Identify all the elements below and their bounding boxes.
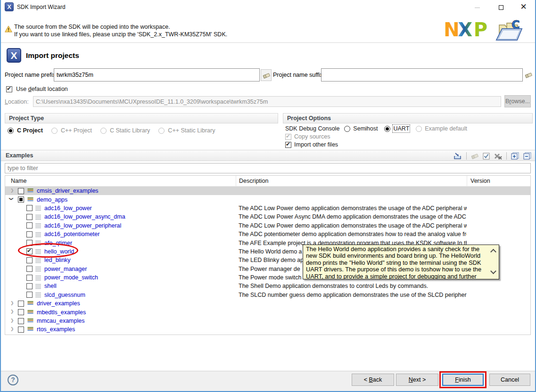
collapse-all-icon[interactable] <box>523 152 531 160</box>
warning-message-line2: If you want to use linked files, please … <box>14 31 227 38</box>
back-button[interactable]: < Back <box>352 374 394 386</box>
chevron-right-icon[interactable] <box>9 301 15 307</box>
sdk-debug-console-label: SDK Debug Console <box>285 125 339 132</box>
row-description: The Shell Demo application demonstrates … <box>236 283 467 289</box>
radio-example-default-label: Example default <box>425 125 467 132</box>
row-checkbox[interactable] <box>26 205 33 211</box>
row-description: The SLCD number guess demo application d… <box>236 292 467 298</box>
example-icon <box>35 257 41 263</box>
project-options-group: Project Options SDK Debug Console Semiho… <box>283 113 533 146</box>
location-input <box>33 96 501 107</box>
table-row[interactable]: adc16_low_power_peripheralThe ADC Low Po… <box>5 221 530 230</box>
column-header-description[interactable]: Description <box>236 176 467 186</box>
radio-example-default <box>416 126 422 132</box>
chevron-down-icon[interactable] <box>9 196 15 203</box>
example-icon <box>35 240 41 246</box>
suffix-label: Project name suffix: <box>273 72 325 78</box>
table-row[interactable]: rtos_examples <box>5 325 530 334</box>
row-checkbox[interactable] <box>18 327 24 333</box>
row-checkbox[interactable] <box>18 188 24 194</box>
arrow-spacer <box>17 266 24 272</box>
row-checkbox[interactable] <box>26 240 33 246</box>
svg-text:P: P <box>474 20 487 41</box>
row-checkbox[interactable] <box>26 214 33 220</box>
row-checkbox[interactable] <box>26 248 33 254</box>
row-checkbox[interactable] <box>26 266 33 272</box>
row-label: mmcau_examples <box>37 318 84 324</box>
row-checkbox[interactable] <box>26 231 33 237</box>
scroll-up-icon[interactable] <box>490 249 496 255</box>
arrow-spacer <box>17 205 24 211</box>
row-checkbox[interactable] <box>18 196 24 203</box>
nxp-logo: N X P <box>445 20 492 41</box>
table-row[interactable]: shellThe Shell Demo application demonstr… <box>5 282 530 290</box>
maximize-button[interactable] <box>490 0 511 14</box>
example-icon <box>35 205 41 211</box>
table-row[interactable]: adc16_low_powerThe ADC Low Power demo ap… <box>5 204 530 212</box>
radio-c-project[interactable] <box>8 128 14 134</box>
example-icon <box>35 231 41 237</box>
tooltip: The Hello World demo application provide… <box>303 245 499 279</box>
tooltip-scrollbar[interactable] <box>488 245 499 279</box>
finish-button[interactable]: Finish <box>442 374 484 386</box>
table-row[interactable]: cmsis_driver_examples <box>5 187 530 195</box>
cancel-button[interactable]: Cancel <box>489 374 530 386</box>
row-description: The ADC potentiometer demo application d… <box>236 231 467 237</box>
project-type-title: Project Type <box>5 113 278 123</box>
row-label: afe_qtimer <box>44 240 72 246</box>
example-icon <box>35 292 41 298</box>
import-other-files-checkbox[interactable] <box>285 142 291 148</box>
clear-filter-eraser-icon <box>471 153 478 159</box>
suffix-input[interactable] <box>321 68 523 82</box>
select-all-icon[interactable] <box>483 153 490 160</box>
use-default-location-checkbox[interactable] <box>6 86 12 92</box>
row-checkbox[interactable] <box>26 292 33 298</box>
page-title: Import projects <box>26 51 79 60</box>
eraser-icon <box>263 72 270 79</box>
table-row[interactable]: adc16_low_power_async_dmaThe ADC Low Pow… <box>5 212 530 221</box>
row-checkbox[interactable] <box>26 275 33 281</box>
example-icon <box>35 275 41 281</box>
examples-toolbar <box>454 151 531 161</box>
location-label: Location: <box>5 98 29 105</box>
chevron-right-icon[interactable] <box>9 318 15 324</box>
filter-input[interactable] <box>5 163 531 173</box>
question-icon: ? <box>11 376 15 384</box>
category-icon <box>27 318 34 324</box>
row-checkbox[interactable] <box>26 222 33 229</box>
open-sdk-dialog-icon[interactable] <box>454 152 462 160</box>
row-checkbox[interactable] <box>18 301 24 307</box>
column-header-version[interactable]: Version <box>467 176 530 186</box>
prefix-clear-button[interactable] <box>261 69 272 81</box>
copy-sources-checkbox <box>285 134 291 140</box>
suffix-clear-button[interactable] <box>524 70 533 80</box>
row-label: shell <box>44 283 57 289</box>
radio-uart[interactable] <box>384 126 390 132</box>
table-row[interactable]: adc16_potentiometerThe ADC potentiometer… <box>5 230 530 238</box>
row-checkbox[interactable] <box>18 318 24 324</box>
close-button[interactable]: ✕ <box>513 0 534 14</box>
chevron-right-icon[interactable] <box>9 309 15 315</box>
row-description: The ADC Low Power demo application demon… <box>236 205 467 212</box>
minimize-button[interactable] <box>467 0 488 14</box>
prefix-input[interactable] <box>54 68 260 82</box>
examples-title: Examples <box>6 152 33 159</box>
table-row[interactable]: driver_examples <box>5 299 530 308</box>
row-checkbox[interactable] <box>26 283 33 289</box>
next-button[interactable]: Next > <box>396 374 438 386</box>
help-button[interactable]: ? <box>8 375 18 385</box>
row-checkbox[interactable] <box>18 309 24 315</box>
table-row[interactable]: mbedtls_examples <box>5 308 530 316</box>
chevron-right-icon[interactable] <box>9 188 15 194</box>
radio-semihost[interactable] <box>344 126 350 132</box>
scroll-down-icon[interactable] <box>490 268 496 274</box>
chevron-right-icon[interactable] <box>9 327 15 333</box>
table-row[interactable]: mmcau_examples <box>5 317 530 325</box>
row-label: adc16_low_power_peripheral <box>44 222 121 229</box>
eraser-icon <box>525 72 532 78</box>
column-header-name[interactable]: Name <box>5 176 236 186</box>
expand-all-icon[interactable] <box>511 152 519 160</box>
table-row[interactable]: slcd_guessnumThe SLCD number guess demo … <box>5 291 530 299</box>
table-row[interactable]: demo_apps <box>5 195 530 204</box>
row-checkbox[interactable] <box>26 257 33 263</box>
